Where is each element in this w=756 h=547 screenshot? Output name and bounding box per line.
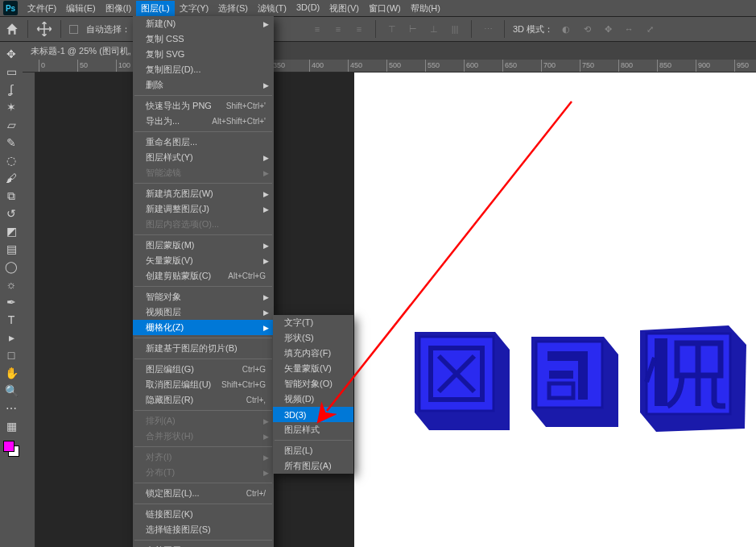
tool-clone[interactable]: ⧉ xyxy=(2,188,20,204)
menu-item[interactable]: 图层编组(G)Ctrl+G xyxy=(133,362,274,377)
canvas[interactable] xyxy=(354,73,756,547)
menu-9[interactable]: 窗口(W) xyxy=(364,1,406,16)
menu-separator xyxy=(134,183,272,184)
menu-item[interactable]: 导出为...Alt+Shift+Ctrl+' xyxy=(133,114,274,129)
tool-eraser[interactable]: ◩ xyxy=(2,223,20,239)
tool-marquee[interactable]: ▭ xyxy=(2,64,20,80)
menu-item[interactable]: 合并图层(E)Ctrl+E xyxy=(133,543,274,547)
align-top-icon[interactable]: ⊤ xyxy=(384,21,400,37)
move-icon[interactable] xyxy=(36,21,52,37)
tool-gradient[interactable]: ▤ xyxy=(2,241,20,257)
ruler-tick: 850 xyxy=(657,60,671,72)
menu-separator xyxy=(134,503,272,504)
tool-spot-heal[interactable]: ◌ xyxy=(2,152,20,168)
menu-item-label: 栅格化(Z) xyxy=(146,321,266,334)
color-swatch[interactable] xyxy=(2,440,20,458)
distribute-h-icon[interactable]: ||| xyxy=(447,21,463,37)
menu-item[interactable]: 取消图层编组(U)Shift+Ctrl+G xyxy=(133,377,274,392)
align-right-icon[interactable]: ≡ xyxy=(351,21,367,37)
menu-7[interactable]: 3D(D) xyxy=(291,1,324,16)
tool-pen[interactable]: ✒ xyxy=(2,294,20,310)
menu-item[interactable]: 选择链接图层(S) xyxy=(133,522,274,537)
align-left-icon[interactable]: ≡ xyxy=(309,21,325,37)
tool-wand[interactable]: ✶ xyxy=(2,99,20,115)
menu-item[interactable]: 复制 CSS xyxy=(133,31,274,47)
home-icon[interactable] xyxy=(5,22,19,36)
menu-item[interactable]: 新建(N)▶ xyxy=(133,16,274,31)
tool-brush[interactable]: 🖌 xyxy=(2,170,20,186)
submenu-arrow-icon: ▶ xyxy=(263,205,269,213)
separator xyxy=(60,20,61,38)
align-bottom-icon[interactable]: ⊥ xyxy=(426,21,442,37)
align-vcenter-icon[interactable]: ⊢ xyxy=(405,21,421,37)
menu-item[interactable]: 图层样式(Y)▶ xyxy=(133,150,274,165)
menu-5[interactable]: 选择(S) xyxy=(213,1,253,16)
pan-icon[interactable]: ✥ xyxy=(600,21,616,37)
menu-6[interactable]: 滤镜(T) xyxy=(253,1,291,16)
tool-path-select[interactable]: ▸ xyxy=(2,329,20,346)
align-center-icon[interactable]: ≡ xyxy=(330,21,346,37)
menu-item[interactable]: 图层蒙版(M)▶ xyxy=(133,238,274,253)
menu-shortcut: Shift+Ctrl+' xyxy=(226,102,266,110)
tool-hand[interactable]: ✋ xyxy=(2,365,20,381)
menu-0[interactable]: 文件(F) xyxy=(23,1,61,16)
menu-item[interactable]: 重命名图层... xyxy=(133,135,274,150)
menu-item[interactable]: 视频图层▶ xyxy=(133,305,274,320)
more-options-icon[interactable]: ⋯ xyxy=(480,21,496,37)
menu-item[interactable]: 新建调整图层(J)▶ xyxy=(133,201,274,217)
ruler-tick: 50 xyxy=(77,60,88,72)
submenu-item[interactable]: 文字(T) xyxy=(273,315,353,330)
menu-item[interactable]: 隐藏图层(R)Ctrl+, xyxy=(133,392,274,408)
menu-item[interactable]: 锁定图层(L)...Ctrl+/ xyxy=(133,486,274,501)
menu-3[interactable]: 图层(L) xyxy=(136,1,174,16)
menu-10[interactable]: 帮助(H) xyxy=(406,1,445,16)
menu-item[interactable]: 智能对象▶ xyxy=(133,289,274,305)
submenu-item[interactable]: 图层样式 xyxy=(273,422,353,437)
tool-edit-toolbar[interactable]: ▦ xyxy=(2,418,20,434)
menu-item[interactable]: 新建基于图层的切片(B) xyxy=(133,341,274,356)
submenu-item[interactable]: 形状(S) xyxy=(273,330,353,346)
submenu-item[interactable]: 图层(L) xyxy=(273,443,353,458)
submenu-item[interactable]: 3D(3) xyxy=(273,407,353,422)
menu-1[interactable]: 编辑(E) xyxy=(61,1,101,16)
orbit-icon[interactable]: ◐ xyxy=(558,21,574,37)
menu-item[interactable]: 新建填充图层(W)▶ xyxy=(133,186,274,201)
rotate-icon[interactable]: ⟲ xyxy=(579,21,595,37)
slide-icon[interactable]: ↔ xyxy=(621,21,637,37)
menu-4[interactable]: 文字(Y) xyxy=(175,1,214,16)
document-tab[interactable]: 未标题-1 @ 25% (图司机, xyxy=(23,42,139,60)
menu-8[interactable]: 视图(V) xyxy=(324,1,364,16)
menu-item[interactable]: 矢量蒙版(V)▶ xyxy=(133,253,274,268)
tool-eyedropper[interactable]: ✎ xyxy=(2,135,20,151)
submenu-item[interactable]: 智能对象(O) xyxy=(273,376,353,392)
tool-dodge[interactable]: ☼ xyxy=(2,276,20,292)
menu-item-label: 创建剪贴蒙版(C) xyxy=(146,270,228,282)
separator xyxy=(504,20,505,38)
menu-item[interactable]: 链接图层(K) xyxy=(133,507,274,522)
menu-item[interactable]: 复制 SVG xyxy=(133,47,274,62)
tool-crop[interactable]: ▱ xyxy=(2,117,20,133)
tool-move[interactable]: ✥ xyxy=(2,46,20,62)
tool-rectangle[interactable]: □ xyxy=(2,347,20,363)
tool-history-brush[interactable]: ↺ xyxy=(2,205,20,222)
menu-2[interactable]: 图像(I) xyxy=(101,1,136,16)
submenu-item[interactable]: 所有图层(A) xyxy=(273,458,353,474)
menu-item[interactable]: 创建剪贴蒙版(C)Alt+Ctrl+G xyxy=(133,268,274,284)
scale-icon[interactable]: ⤢ xyxy=(642,21,658,37)
menu-item[interactable]: 复制图层(D)... xyxy=(133,62,274,77)
submenu-item[interactable]: 视频(D) xyxy=(273,392,353,407)
menu-item-label: 合并形状(H) xyxy=(146,430,266,442)
menu-item[interactable]: 快速导出为 PNGShift+Ctrl+' xyxy=(133,98,274,114)
tool-blur[interactable]: ◯ xyxy=(2,259,20,275)
submenu-item[interactable]: 填充内容(F) xyxy=(273,346,353,361)
menu-item[interactable]: 删除▶ xyxy=(133,77,274,93)
menu-item[interactable]: 栅格化(Z)▶ xyxy=(133,320,274,335)
tool-lasso[interactable]: ʆ xyxy=(2,81,20,97)
auto-select-checkbox[interactable] xyxy=(69,25,78,34)
submenu-item[interactable]: 矢量蒙版(V) xyxy=(273,361,353,376)
tool-zoom[interactable]: 🔍 xyxy=(2,383,20,399)
tool-ellipsis[interactable]: ⋯ xyxy=(2,400,20,416)
menu-item-label: 选择链接图层(S) xyxy=(146,524,266,536)
ruler-tick: 500 xyxy=(386,60,401,72)
tool-type[interactable]: T xyxy=(2,312,20,328)
